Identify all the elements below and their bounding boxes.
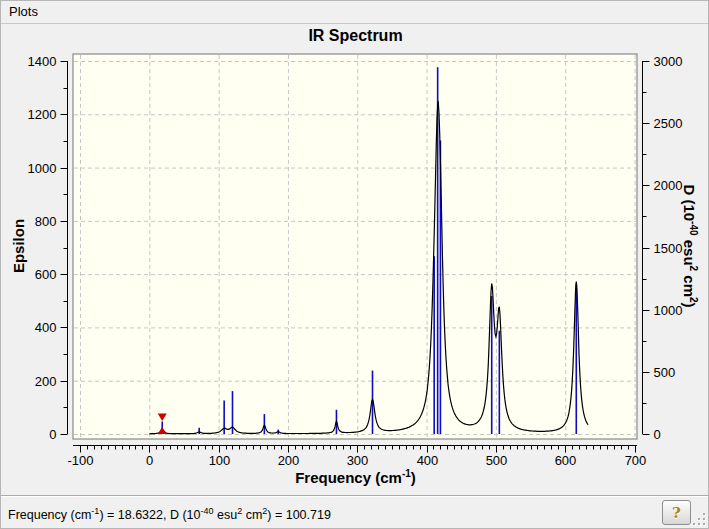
- y-right-tick-label: 3000: [654, 54, 683, 69]
- ir-spectrum-plot: 0200400600800100012001400050010001500200…: [1, 1, 709, 498]
- chart-title: IR Spectrum: [1, 27, 709, 45]
- y-left-axis-title: Epsilon: [10, 219, 27, 273]
- y-right-tick-label: 1000: [654, 303, 683, 318]
- y-right-tick-label: 2000: [654, 178, 683, 193]
- resize-grip[interactable]: [693, 513, 706, 526]
- menu-plots[interactable]: Plots: [1, 1, 46, 23]
- y-left-tick-label: 1400: [28, 54, 57, 69]
- x-tick-label: 300: [347, 453, 369, 468]
- x-tick-label: 100: [209, 453, 231, 468]
- cursor-readout: Frequency (cm-1) = 18.6322, D (10-40 esu…: [8, 506, 331, 522]
- y-left-tick-label: 600: [35, 267, 57, 282]
- plots-window: 0200400600800100012001400050010001500200…: [0, 0, 709, 529]
- x-tick-label: 200: [278, 453, 300, 468]
- help-button[interactable]: ?: [662, 500, 691, 525]
- status-bar: Frequency (cm-1) = 18.6322, D (10-40 esu…: [1, 495, 708, 528]
- y-right-tick-label: 1500: [654, 241, 683, 256]
- x-tick-label: 600: [555, 453, 577, 468]
- y-left-tick-label: 400: [35, 320, 57, 335]
- y-left-tick-label: 800: [35, 214, 57, 229]
- y-left-tick-label: 1000: [28, 161, 57, 176]
- y-right-tick-label: 2500: [654, 116, 683, 131]
- y-left-tick-label: 0: [49, 427, 56, 442]
- y-right-axis-title: D (10-40 esu2 cm2): [681, 184, 699, 307]
- y-right-tick-label: 0: [654, 427, 661, 442]
- x-tick-label: 400: [417, 453, 439, 468]
- x-axis-title: Frequency (cm-1): [1, 468, 709, 486]
- x-tick-label: 500: [486, 453, 508, 468]
- x-tick-label: -100: [67, 453, 93, 468]
- y-right-tick-label: 500: [654, 365, 676, 380]
- y-left-tick-label: 1200: [28, 107, 57, 122]
- y-left-tick-label: 200: [35, 374, 57, 389]
- x-tick-label: 0: [146, 453, 153, 468]
- question-mark-icon: ?: [672, 504, 681, 522]
- menu-bar: Plots: [1, 1, 708, 24]
- x-tick-label: 700: [625, 453, 647, 468]
